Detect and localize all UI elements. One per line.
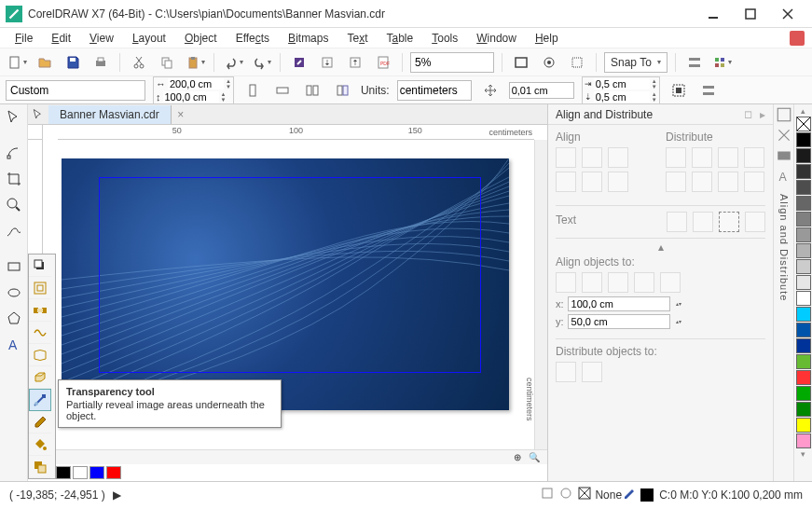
dist-spacing-h-button[interactable] — [718, 147, 738, 168]
drop-shadow-tool[interactable] — [29, 254, 51, 277]
color-swatch[interactable] — [73, 466, 88, 479]
save-button[interactable] — [62, 51, 84, 74]
dist-center-v-button[interactable] — [692, 172, 712, 192]
text-outline-button[interactable] — [719, 212, 739, 232]
fill-none-icon[interactable] — [578, 487, 591, 502]
page-width-input[interactable] — [168, 78, 224, 89]
docker-tab-icon[interactable] — [776, 147, 792, 164]
align-x-input[interactable] — [568, 296, 670, 311]
palette-swatch[interactable] — [796, 212, 811, 227]
text-baseline2-button[interactable] — [693, 212, 713, 232]
navigator-icon[interactable]: ⊕ — [510, 452, 525, 462]
freehand-tool[interactable] — [3, 220, 25, 242]
minimize-button[interactable] — [702, 5, 724, 23]
polygon-tool[interactable] — [3, 308, 25, 330]
contour-tool[interactable] — [29, 277, 51, 299]
dist-center-h-button[interactable] — [692, 147, 712, 168]
menu-object[interactable]: Object — [177, 30, 225, 47]
open-button[interactable] — [34, 51, 56, 74]
options-button-2[interactable] — [697, 79, 720, 102]
dist-top-button[interactable] — [666, 172, 686, 192]
crop-tool[interactable] — [3, 168, 25, 190]
page-preset-select[interactable] — [6, 80, 145, 101]
text-tool[interactable]: A — [3, 334, 25, 356]
align-to-page-edge-button[interactable] — [582, 272, 602, 293]
align-center-v-button[interactable] — [582, 172, 602, 192]
rectangle-tool[interactable] — [3, 255, 25, 278]
docker-close-icon[interactable]: ▸ — [760, 108, 765, 121]
docker-tab-icon[interactable]: A — [776, 168, 792, 185]
show-rulers-button[interactable] — [538, 51, 560, 74]
align-to-active-button[interactable] — [556, 272, 576, 293]
dist-spacing-v-button[interactable] — [718, 172, 738, 192]
envelope-tool[interactable] — [29, 344, 51, 366]
extrude-tool[interactable] — [29, 366, 51, 389]
menu-help[interactable]: Help — [528, 30, 566, 47]
palette-swatch[interactable] — [796, 291, 811, 306]
dup-y-input[interactable] — [594, 91, 650, 103]
portrait-button[interactable] — [241, 79, 264, 102]
dist-to-selection-button[interactable] — [556, 362, 576, 382]
palette-swatch[interactable] — [796, 180, 811, 195]
publish-pdf-button[interactable]: PDF — [372, 51, 394, 74]
palette-swatch[interactable] — [796, 418, 811, 433]
ruler-origin[interactable] — [28, 125, 43, 140]
menu-table[interactable]: Table — [379, 30, 421, 47]
palette-swatch[interactable] — [796, 433, 811, 448]
x-spinner[interactable]: ▴▾ — [674, 301, 683, 307]
align-left-button[interactable] — [556, 147, 576, 168]
import-button[interactable] — [316, 51, 338, 74]
palette-swatch[interactable] — [796, 307, 811, 322]
new-button[interactable]: ▾ — [6, 51, 28, 74]
transparency-tool[interactable] — [29, 389, 51, 411]
landscape-button[interactable] — [271, 79, 294, 102]
align-bottom-button[interactable] — [608, 172, 628, 192]
shape-tool[interactable] — [3, 142, 25, 164]
palette-swatch[interactable] — [796, 227, 811, 242]
units-select[interactable] — [397, 80, 472, 101]
align-to-point-button[interactable] — [660, 272, 681, 293]
menu-edit[interactable]: Edit — [44, 30, 78, 47]
palette-swatch[interactable] — [796, 196, 811, 211]
zoom-tool[interactable] — [3, 194, 25, 216]
play-icon[interactable]: ▶ — [113, 488, 121, 502]
align-center-h-button[interactable] — [582, 147, 602, 168]
maximize-button[interactable] — [739, 5, 762, 23]
redo-button[interactable]: ▾ — [250, 51, 272, 74]
dist-right-button[interactable] — [744, 147, 764, 168]
options-button[interactable] — [683, 51, 706, 74]
docker-tab-icon[interactable] — [776, 127, 792, 144]
distort-tool[interactable] — [29, 322, 51, 344]
palette-swatch[interactable] — [796, 259, 811, 274]
pick-tool[interactable] — [3, 106, 25, 129]
menu-effects[interactable]: Effects — [228, 30, 277, 47]
ellipse-tool[interactable] — [3, 282, 25, 304]
docker-collapse-icon[interactable]: ◻ — [744, 108, 752, 120]
zoom-level-select[interactable] — [410, 52, 494, 73]
palette-swatch[interactable] — [796, 402, 811, 417]
palette-swatch[interactable] — [796, 354, 811, 369]
text-baseline-button[interactable] — [667, 212, 687, 232]
palette-swatch[interactable] — [796, 243, 811, 258]
outline-pen-icon[interactable] — [622, 487, 635, 502]
align-top-button[interactable] — [556, 172, 576, 192]
y-spinner[interactable]: ▴▾ — [674, 319, 683, 324]
palette-swatch[interactable] — [796, 132, 811, 147]
color-swatch[interactable] — [56, 466, 71, 479]
nudge-distance-input[interactable] — [509, 82, 574, 99]
color-swatch[interactable] — [106, 466, 121, 479]
export-button[interactable] — [344, 51, 366, 74]
text-add-button[interactable] — [745, 212, 765, 232]
dup-x-input[interactable] — [594, 78, 650, 89]
docker-tab-icon[interactable] — [776, 106, 792, 123]
align-to-grid-button[interactable] — [634, 272, 654, 293]
current-page-button[interactable] — [331, 79, 353, 102]
dist-bottom-button[interactable] — [744, 172, 764, 192]
close-button[interactable] — [777, 5, 799, 23]
menu-window[interactable]: Window — [469, 30, 524, 47]
interactive-fill-tool[interactable] — [29, 433, 51, 456]
search-button[interactable] — [288, 51, 310, 74]
outline-color-swatch[interactable] — [640, 488, 654, 502]
copy-button[interactable] — [156, 51, 178, 74]
zoom-icon[interactable]: 🔍 — [525, 452, 544, 462]
